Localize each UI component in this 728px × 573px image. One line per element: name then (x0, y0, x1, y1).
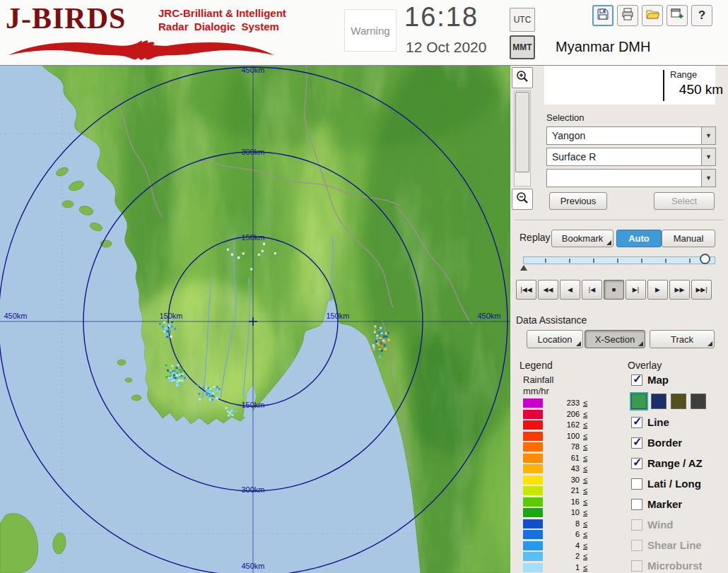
legend-row: 1≤ (523, 562, 594, 573)
open-button[interactable] (642, 5, 663, 26)
checkbox-map[interactable]: ✓ (631, 374, 642, 386)
check-mark-icon: ✓ (633, 456, 642, 469)
print-button[interactable] (617, 5, 638, 26)
previous-button[interactable]: Previous (549, 192, 607, 210)
extra-dropdown[interactable]: ▼ (546, 169, 716, 187)
legend-suffix: ≤ (583, 485, 587, 496)
checkbox-lati-long[interactable] (631, 478, 642, 490)
playback-skip-first-button[interactable]: |◀◀ (516, 280, 536, 300)
x-section-button[interactable]: X-Section (585, 330, 645, 348)
checkbox-microburst[interactable] (631, 560, 642, 572)
legend-color-swatch (523, 497, 543, 507)
extra-dropdown-arrow-button[interactable]: ▼ (701, 170, 715, 187)
legend-suffix: ≤ (583, 453, 587, 463)
timeline-slider-thumb[interactable] (700, 254, 710, 264)
overlay-item-label: Line (647, 416, 669, 428)
legend-value: 2 (554, 551, 580, 562)
overlay-item-label: Shear Line (647, 539, 702, 551)
site-dropdown[interactable]: Yangon ▼ (546, 126, 716, 145)
overlay-item-lati-long: Lati / Long (628, 478, 728, 495)
product-dropdown[interactable]: Surface R ▼ (546, 148, 716, 166)
overlay-item-label: Marker (647, 498, 682, 510)
track-button[interactable]: Track (650, 330, 715, 348)
radar-map[interactable]: 450km300km150km150km300km450km450km150km… (0, 66, 510, 573)
product-dropdown-value: Surface R (552, 151, 596, 163)
replay-timeline-slider[interactable] (523, 256, 715, 264)
bookmark-button[interactable]: Bookmark (551, 230, 613, 247)
range-ring-label: 450km (4, 312, 27, 320)
checkbox-range-az[interactable]: ✓ (631, 458, 642, 469)
menu-corner-triangle (606, 240, 611, 245)
map-style-swatch-1[interactable] (631, 394, 647, 409)
manual-button[interactable]: Manual (662, 230, 715, 247)
save-button[interactable] (592, 5, 613, 26)
utc-toggle-button[interactable]: UTC (510, 8, 535, 32)
legend-value: 61 (554, 453, 580, 463)
legend-value: 8 (554, 519, 580, 529)
playback-skip-last-button[interactable]: ▶▶| (691, 280, 712, 300)
legend-color-swatch (523, 410, 543, 419)
site-dropdown-arrow-button[interactable]: ▼ (701, 127, 715, 144)
chevron-down-icon: ▼ (705, 132, 712, 139)
auto-button[interactable]: Auto (616, 230, 662, 247)
chevron-down-icon: ▼ (705, 175, 712, 182)
selection-label: Selection (546, 112, 584, 123)
legend-row: 10≤ (523, 507, 594, 518)
legend-color-swatch (523, 552, 543, 561)
select-button[interactable]: Select (654, 192, 715, 210)
checkbox-wind[interactable] (631, 519, 642, 531)
legend-suffix: ≤ (583, 551, 587, 562)
range-ring-label: 300km (241, 485, 264, 494)
playback-play-reverse-button[interactable]: ◀ (560, 280, 580, 300)
playback-play-button[interactable]: ▶ (647, 280, 668, 300)
zoom-out-button[interactable] (512, 189, 533, 210)
checkbox-shear-line[interactable] (631, 540, 642, 551)
warning-label: Warning (351, 25, 389, 37)
timeline-tick (689, 259, 691, 263)
legend-row: 21≤ (523, 485, 594, 496)
warning-button[interactable]: Warning (344, 9, 397, 52)
overlay-item-label: Border (647, 437, 682, 449)
map-style-swatch-3[interactable] (671, 394, 686, 409)
chevron-down-icon: ▼ (705, 153, 712, 160)
new-window-button[interactable] (667, 5, 688, 26)
legend-value: 16 (554, 497, 580, 507)
site-name: Myanmar DMH (556, 39, 650, 55)
overlay-item-marker: Marker (628, 499, 728, 516)
range-ring-label: 300km (241, 148, 264, 156)
legend-color-swatch (523, 530, 543, 539)
product-dropdown-arrow-button[interactable]: ▼ (701, 148, 715, 165)
playback-fast-forward-button[interactable]: ▶▶ (669, 280, 690, 300)
data-assistance-label: Data Assistance (516, 314, 587, 326)
legend-value: 162 (554, 420, 580, 430)
new-window-icon (670, 7, 684, 24)
zoom-in-button[interactable] (512, 67, 533, 88)
map-style-swatch-2[interactable] (651, 394, 667, 409)
playback-step-back-button[interactable]: |◀ (582, 280, 602, 300)
checkbox-border[interactable]: ✓ (631, 437, 642, 449)
bookmark-button-label: Bookmark (562, 233, 604, 244)
overlay-item-label: Range / AZ (647, 457, 703, 469)
checkbox-marker[interactable] (631, 499, 642, 510)
map-style-swatch-4[interactable] (691, 394, 706, 409)
range-ring-label: 150km (241, 233, 264, 242)
playback-step-forward-button[interactable]: ▶| (626, 280, 646, 300)
playback-stop-button[interactable]: ■ (604, 280, 624, 300)
legend-color-swatch (523, 464, 543, 473)
legend-row: 30≤ (523, 475, 594, 485)
legend-row: 100≤ (523, 431, 594, 442)
legend-value: 100 (554, 431, 580, 442)
checkbox-line[interactable]: ✓ (631, 417, 642, 428)
location-button[interactable]: Location (527, 330, 583, 348)
clock-time: 16:18 (404, 2, 479, 33)
help-button[interactable]: ? (691, 5, 712, 26)
zoom-scrollbar-track[interactable] (514, 90, 531, 187)
legend-suffix: ≤ (583, 420, 587, 430)
playback-fast-rewind-button[interactable]: ◀◀ (538, 280, 558, 300)
save-icon (596, 7, 610, 24)
legend-value: 21 (554, 485, 580, 496)
mmt-toggle-button[interactable]: MMT (510, 35, 535, 59)
overlay-item-line: ✓Line (628, 417, 728, 434)
zoom-scrollbar-thumb[interactable] (515, 92, 529, 172)
legend-value: 4 (554, 540, 580, 551)
